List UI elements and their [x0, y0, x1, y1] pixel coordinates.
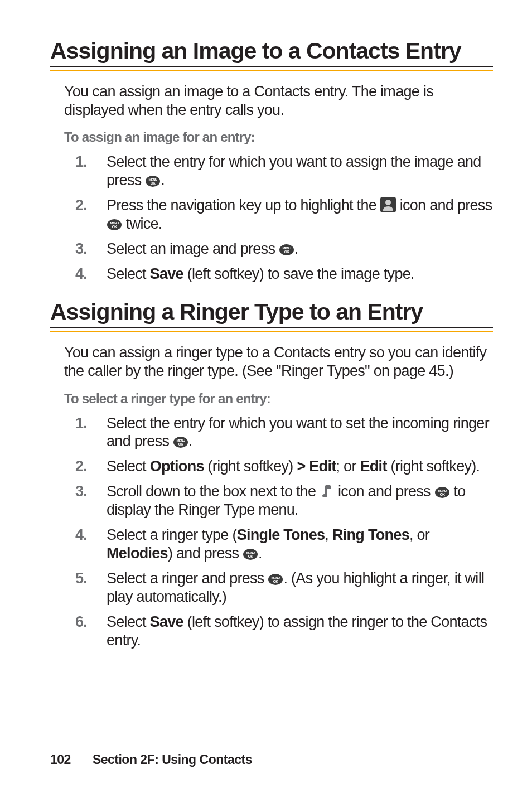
step-text: Select the entry for which you want to s…: [107, 415, 489, 450]
step-text-end: .: [161, 172, 165, 188]
step-number: 4.: [75, 265, 87, 283]
step-text: Select an image and press: [107, 240, 279, 257]
step-2-5: 5. Select a ringer and press MENUOK. (As…: [75, 569, 493, 606]
step-1-1: 1. Select the entry for which you want t…: [75, 153, 493, 190]
melodies-label: Melodies: [107, 545, 168, 562]
step-2-4: 4. Select a ringer type (Single Tones, R…: [75, 526, 493, 563]
step-number: 6.: [75, 613, 87, 631]
menu-ok-icon: MENUOK: [107, 219, 122, 231]
step-number: 2.: [75, 457, 87, 476]
step-number: 5.: [75, 569, 87, 588]
step-1-3: 3. Select an image and press MENUOK.: [75, 240, 493, 258]
step-number: 3.: [75, 482, 87, 501]
step-1-2: 2. Press the navigation key up to highli…: [75, 196, 493, 233]
step-number: 2.: [75, 196, 87, 215]
menu-ok-icon: MENUOK: [268, 573, 283, 586]
svg-text:OK: OK: [439, 492, 444, 496]
intro-assign-ringer: You can assign a ringer type to a Contac…: [64, 344, 493, 380]
step-text-end: .: [188, 433, 192, 449]
step-text: Select: [107, 265, 150, 282]
options-label: Options: [150, 458, 204, 475]
step-number: 3.: [75, 240, 87, 258]
step-text: ) and press: [168, 545, 243, 562]
step-2-6: 6. Select Save (left softkey) to assign …: [75, 613, 493, 650]
step-2-1: 1. Select the entry for which you want t…: [75, 414, 493, 451]
step-text: Select a ringer type (: [107, 526, 237, 543]
step-2-2: 2. Select Options (right softkey) > Edit…: [75, 457, 493, 476]
edit-path-label: > Edit: [297, 458, 336, 475]
step-text-end: twice.: [122, 215, 162, 232]
save-label: Save: [150, 613, 183, 630]
subheading-assign-image: To assign an image for an entry:: [64, 129, 493, 145]
step-text: (right softkey): [204, 458, 297, 475]
ring-tones-label: Ring Tones: [332, 526, 409, 543]
step-text-end: (left softkey) to save the image type.: [183, 265, 414, 282]
edit-label: Edit: [360, 458, 387, 475]
heading-rule-2: [50, 327, 493, 332]
person-silhouette-icon: [380, 197, 396, 212]
step-text: Select: [107, 458, 150, 475]
menu-ok-icon: MENUOK: [279, 244, 294, 256]
heading-assign-image: Assigning an Image to a Contacts Entry: [50, 39, 493, 63]
step-text-end: (right softkey).: [387, 458, 480, 475]
step-text: Select: [107, 613, 150, 630]
step-text: ; or: [336, 458, 360, 475]
save-label: Save: [150, 265, 183, 282]
svg-text:OK: OK: [273, 579, 278, 583]
svg-text:OK: OK: [151, 181, 156, 185]
ringer-note-icon: [320, 483, 334, 499]
step-text-mid: icon and press: [396, 197, 492, 214]
step-text: Scroll down to the box next to the: [107, 483, 320, 500]
single-tones-label: Single Tones: [237, 526, 325, 543]
menu-ok-icon: MENUOK: [145, 175, 161, 187]
menu-ok-icon: MENUOK: [434, 486, 450, 499]
svg-text:OK: OK: [248, 554, 253, 558]
svg-point-4: [385, 200, 391, 205]
page-footer: 102 Section 2F: Using Contacts: [50, 752, 252, 767]
intro-assign-image: You can assign an image to a Contacts en…: [64, 83, 493, 119]
heading-assign-ringer: Assigning a Ringer Type to an Entry: [50, 300, 493, 324]
step-1-4: 4. Select Save (left softkey) to save th…: [75, 265, 493, 283]
step-text: icon and press: [334, 483, 434, 500]
step-text-end: .: [258, 545, 262, 562]
step-text: Press the navigation key up to highlight…: [107, 197, 380, 214]
step-text: ,: [325, 526, 332, 543]
menu-ok-icon: MENUOK: [173, 436, 188, 448]
step-number: 1.: [75, 414, 87, 433]
page: Assigning an Image to a Contacts Entry Y…: [0, 0, 532, 798]
footer-section-label: Section 2F: Using Contacts: [93, 752, 252, 767]
step-text: Select a ringer and press: [107, 570, 268, 587]
subheading-assign-ringer: To select a ringer type for an entry:: [64, 391, 493, 407]
menu-ok-icon: MENUOK: [243, 548, 258, 560]
heading-rule-1: [50, 66, 493, 71]
steps-assign-ringer: 1. Select the entry for which you want t…: [75, 414, 493, 650]
svg-text:OK: OK: [178, 442, 183, 446]
step-text: , or: [409, 526, 429, 543]
svg-text:OK: OK: [112, 225, 117, 229]
step-number: 1.: [75, 153, 87, 171]
steps-assign-image: 1. Select the entry for which you want t…: [75, 153, 493, 283]
step-text-end: .: [294, 240, 298, 257]
step-2-3: 3. Scroll down to the box next to the ic…: [75, 482, 493, 519]
page-number: 102: [50, 752, 89, 767]
svg-text:OK: OK: [284, 250, 289, 254]
step-number: 4.: [75, 526, 87, 544]
